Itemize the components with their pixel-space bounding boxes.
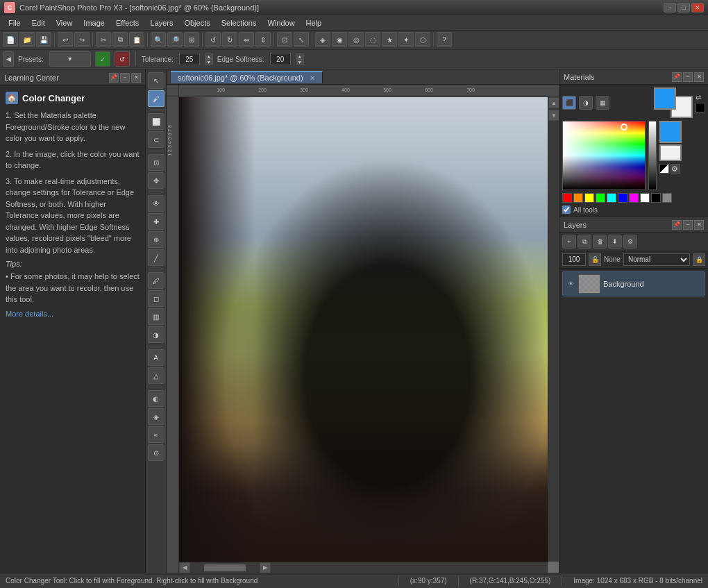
layers-lock-btn[interactable]: 🔓 xyxy=(589,253,601,266)
tool-heal[interactable]: ✚ xyxy=(148,213,165,230)
tool-sharpen[interactable]: ◈ xyxy=(148,408,165,425)
tool-crop[interactable]: ⊡ xyxy=(148,154,165,171)
edge-softness-input[interactable] xyxy=(270,53,291,65)
layers-opacity-input[interactable] xyxy=(562,253,586,266)
tool-misc[interactable]: ⊙ xyxy=(148,444,165,461)
tolerance-input[interactable] xyxy=(179,53,200,65)
swatch-cyan[interactable] xyxy=(607,193,616,203)
close-button[interactable]: ✕ xyxy=(691,3,704,12)
tb-crop[interactable]: ⊡ xyxy=(277,32,292,47)
canvas-content[interactable] xyxy=(179,97,559,562)
tb-resize[interactable]: ⤡ xyxy=(294,32,309,47)
tool-text[interactable]: A xyxy=(148,349,165,366)
tool-shape[interactable]: △ xyxy=(148,367,165,384)
tb-save[interactable]: 💾 xyxy=(36,32,51,47)
tb-undo[interactable]: ↩ xyxy=(58,32,73,47)
tb-rotate-r[interactable]: ↻ xyxy=(222,32,237,47)
swap-colors-button[interactable]: ⇄ xyxy=(696,94,705,101)
tool-clone[interactable]: ⊕ xyxy=(148,231,165,248)
color-spectrum[interactable] xyxy=(562,121,646,190)
layers-delete-btn[interactable]: 🗑 xyxy=(593,235,607,249)
tb-cut[interactable]: ✂ xyxy=(96,32,111,47)
scrollbar-thumb-h[interactable] xyxy=(204,564,246,571)
tb-zoom-out[interactable]: 🔎 xyxy=(167,32,183,47)
secondary-color-display[interactable] xyxy=(659,144,682,161)
tb-misc4[interactable]: ◌ xyxy=(365,32,380,47)
tolerance-up[interactable]: ▲ xyxy=(205,53,213,59)
swatch-white[interactable] xyxy=(640,193,650,203)
tool-scratch[interactable]: ╱ xyxy=(148,249,165,266)
tb-misc6[interactable]: ✦ xyxy=(398,32,414,47)
tb-misc5[interactable]: ★ xyxy=(382,32,397,47)
color-brightness-slider[interactable] xyxy=(648,121,657,190)
tb-flip-h[interactable]: ⇔ xyxy=(239,32,254,47)
mat-options-btn[interactable]: ⚙ xyxy=(671,164,680,174)
menu-file[interactable]: File xyxy=(3,17,26,28)
menu-edit[interactable]: Edit xyxy=(26,17,51,28)
learning-close-button[interactable]: ✕ xyxy=(131,73,141,83)
tool-arrow[interactable]: ↖ xyxy=(148,72,165,89)
tool-fill[interactable]: ▥ xyxy=(148,308,165,325)
tb-rotate-l[interactable]: ↺ xyxy=(205,32,221,47)
layers-props-btn[interactable]: ⚙ xyxy=(623,235,637,249)
canvas-scrollbar-v[interactable]: ▲ ▼ xyxy=(548,97,559,562)
layer-background[interactable]: 👁 Background xyxy=(562,271,705,296)
fg-color-swatch[interactable] xyxy=(654,87,676,110)
tb-copy[interactable]: ⧉ xyxy=(112,32,128,47)
menu-view[interactable]: View xyxy=(51,17,78,28)
tb-paste[interactable]: 📋 xyxy=(129,32,144,47)
canvas-close-button[interactable]: ✕ xyxy=(310,74,315,82)
canvas-scrollbar-h[interactable]: ◀ ▶ xyxy=(179,562,548,573)
tb-misc3[interactable]: ◎ xyxy=(348,32,364,47)
materials-close-button[interactable]: ✕ xyxy=(694,72,704,82)
layers-pin-button[interactable]: 📌 xyxy=(672,220,682,230)
swatch-red[interactable] xyxy=(562,193,572,203)
menu-image[interactable]: Image xyxy=(78,17,110,28)
tool-red-eye[interactable]: 👁 xyxy=(148,195,165,212)
maximize-button[interactable]: □ xyxy=(677,3,690,12)
tb-flip-v[interactable]: ⇕ xyxy=(255,32,271,47)
tb-zoom-in[interactable]: 🔍 xyxy=(151,32,166,47)
transparent-btn[interactable] xyxy=(659,164,669,174)
learning-min-button[interactable]: − xyxy=(120,73,130,83)
layers-lock2-btn[interactable]: 🔒 xyxy=(693,253,705,266)
scroll-left-arrow[interactable]: ◀ xyxy=(179,562,190,573)
tool-paint[interactable]: 🖊 xyxy=(148,272,165,289)
tb2-reset[interactable]: ↺ xyxy=(115,51,130,67)
menu-selections[interactable]: Selections xyxy=(216,17,262,28)
active-color-display[interactable] xyxy=(659,121,682,143)
swatch-gray[interactable] xyxy=(662,193,672,203)
mat-color-mode[interactable]: ⬛ xyxy=(562,96,576,110)
swatch-orange[interactable] xyxy=(573,193,583,203)
tb-misc2[interactable]: ◉ xyxy=(332,32,347,47)
layers-merge-btn[interactable]: ⬇ xyxy=(608,235,622,249)
layers-min-button[interactable]: − xyxy=(683,220,693,230)
scroll-up-arrow[interactable]: ▲ xyxy=(548,97,559,108)
swatch-blue[interactable] xyxy=(618,193,627,203)
layers-new-btn[interactable]: + xyxy=(562,235,576,249)
canvas-tab[interactable]: softonic06.jpg* @ 60% (Background) ✕ xyxy=(171,71,323,83)
tb2-arrow-l[interactable]: ◀ xyxy=(3,51,14,67)
tb-misc7[interactable]: ⬡ xyxy=(415,32,430,47)
canvas-wrapper[interactable]: 100 200 300 400 500 600 700 1 2 3 4 5 6 … xyxy=(167,85,559,573)
tb-help[interactable]: ? xyxy=(437,32,452,47)
edge-softness-up[interactable]: ▲ xyxy=(296,53,304,59)
swatch-green[interactable] xyxy=(596,193,605,203)
swatch-yellow[interactable] xyxy=(584,193,594,203)
menu-window[interactable]: Window xyxy=(262,17,300,28)
tolerance-down[interactable]: ▼ xyxy=(205,59,213,65)
learning-pin-button[interactable]: 📌 xyxy=(109,73,119,83)
materials-min-button[interactable]: − xyxy=(683,72,693,82)
presets-dropdown[interactable]: ▼ xyxy=(49,51,91,67)
swatch-magenta[interactable] xyxy=(629,193,639,203)
scroll-down-arrow[interactable]: ▼ xyxy=(548,110,559,121)
menu-layers[interactable]: Layers xyxy=(144,17,178,28)
tb-new[interactable]: 📄 xyxy=(3,32,18,47)
tb-open[interactable]: 📁 xyxy=(19,32,35,47)
tool-warp[interactable]: ≈ xyxy=(148,426,165,443)
canvas-image[interactable] xyxy=(179,97,559,562)
tool-select-rect[interactable]: ⬜ xyxy=(148,113,165,130)
menu-help[interactable]: Help xyxy=(301,17,328,28)
more-details-link[interactable]: More details... xyxy=(6,310,53,318)
mat-gradient-mode[interactable]: ◑ xyxy=(579,96,593,110)
